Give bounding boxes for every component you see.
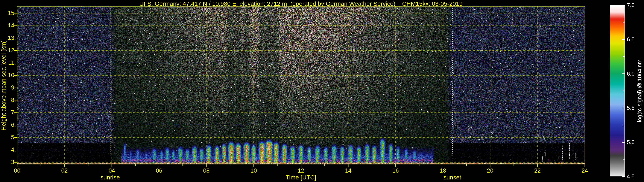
plot-title: UFS, Germany; 47.417 N / 10.980 E; eleva… — [17, 0, 585, 7]
x-tick-label: 18 — [434, 168, 452, 174]
colorbar-tick-label: 6.5 — [627, 36, 640, 43]
y-tick-label: 14. — [0, 22, 16, 29]
ceilometer-heatmap-canvas — [0, 0, 644, 182]
y-tick-label: 13. — [0, 35, 16, 41]
y-tick-label: 11. — [0, 60, 16, 66]
colorbar — [610, 5, 625, 177]
sunrise-label: sunrise — [86, 174, 134, 181]
colorbar-tick-mark — [622, 74, 625, 74]
colorbar-minor-tick-mark — [623, 125, 625, 125]
colorbar-unit-label: log(rc-signal) @ 1064 nm — [636, 5, 644, 177]
colorbar-tick-label: 5.5 — [627, 105, 640, 111]
x-tick-label: 06 — [150, 168, 168, 174]
colorbar-tick-label: 6.0 — [627, 71, 640, 77]
colorbar-unit-text: log(rc-signal) @ 1064 nm — [636, 60, 643, 122]
colorbar-tick-label: 4.5 — [627, 173, 640, 180]
colorbar-tick-mark — [622, 108, 625, 108]
y-tick-label: 6. — [0, 122, 16, 128]
y-tick-label: 8. — [0, 97, 16, 103]
colorbar-tick-label: 7.0 — [627, 2, 640, 8]
x-tick-label: 08 — [197, 168, 215, 174]
colorbar-tick-mark — [622, 5, 625, 5]
y-tick-label: 15. — [0, 10, 16, 16]
x-tick-label: 12 — [292, 168, 310, 174]
colorbar-minor-tick-mark — [623, 91, 625, 91]
x-tick-label: 10 — [245, 168, 263, 174]
ceilometer-quicklook-page: UFS, Germany; 47.417 N / 10.980 E; eleva… — [0, 0, 644, 182]
x-tick-label: 00 — [8, 168, 26, 174]
colorbar-minor-tick-mark — [623, 22, 625, 22]
colorbar-tick-mark — [622, 176, 625, 177]
x-tick-label: 04 — [103, 168, 121, 174]
x-tick-label: 02 — [56, 168, 74, 174]
x-tick-label: 20 — [481, 168, 499, 174]
colorbar-tick-mark — [622, 142, 625, 143]
x-tick-label: 16 — [386, 168, 405, 174]
colorbar-minor-tick-mark — [623, 56, 625, 57]
x-tick-label: 22 — [528, 168, 546, 174]
x-tick-label: 14 — [339, 168, 357, 174]
y-tick-label: 10. — [0, 72, 16, 79]
x-tick-label: 24 — [576, 168, 594, 174]
colorbar-minor-tick-mark — [623, 159, 625, 160]
colorbar-tick-mark — [622, 39, 625, 40]
colorbar-tick-label: 5.0 — [627, 139, 640, 146]
y-tick-label: 5. — [0, 134, 16, 141]
y-tick-label: 7. — [0, 109, 16, 116]
sunset-label: sunset — [429, 174, 476, 181]
y-tick-label: 9. — [0, 84, 16, 91]
y-tick-label: 12. — [0, 47, 16, 54]
y-tick-label: 4. — [0, 146, 16, 153]
y-tick-label: 3. — [0, 159, 16, 166]
